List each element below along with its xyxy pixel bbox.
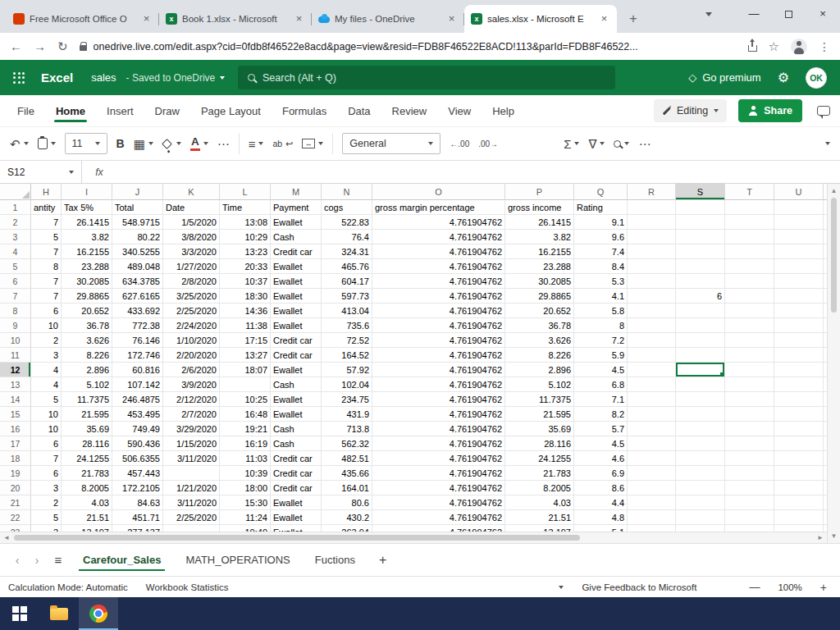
column-header-M[interactable]: M [271,184,322,200]
cell-R8[interactable] [628,304,676,318]
cell-O17[interactable]: 4.761904762 [372,436,505,451]
cell-J3[interactable]: 80.22 [112,230,163,244]
scroll-up-icon[interactable]: ▲ [831,187,838,194]
cell-L11[interactable]: 13:27 [220,348,271,363]
cell-H19[interactable]: 6 [31,466,62,481]
cell-R15[interactable] [628,407,676,422]
cell-L20[interactable]: 18:00 [220,481,271,495]
cell-T6[interactable] [725,274,774,289]
cell-T12[interactable] [725,363,774,377]
cell-K19[interactable] [163,466,220,481]
cell-H5[interactable]: 8 [31,259,62,274]
cell-R11[interactable] [628,348,676,363]
cell-T13[interactable] [725,377,774,392]
cell-L5[interactable]: 20:33 [220,259,271,274]
number-format-select[interactable]: General [342,133,441,154]
cell-Q3[interactable]: 9.6 [574,230,628,244]
vertical-scrollbar[interactable]: ▲ ▼ [827,184,840,543]
cell-Q16[interactable]: 5.7 [574,422,628,436]
cell-M11[interactable]: Credit car [271,348,322,363]
column-header-S[interactable]: S [676,184,725,200]
go-premium-button[interactable]: ◇ Go premium [688,71,761,84]
ribbon-tab-review[interactable]: Review [381,95,438,126]
cell-N17[interactable]: 562.32 [322,436,372,451]
cell-O16[interactable]: 4.761904762 [372,422,505,436]
cell-Q14[interactable]: 7.1 [574,392,628,407]
cell-L1[interactable]: Time [220,200,271,215]
cell-I2[interactable]: 26.1415 [62,215,112,230]
cell-U20[interactable] [774,481,824,495]
cell-J2[interactable]: 548.9715 [112,215,163,230]
cell-T9[interactable] [725,318,774,333]
cell-I20[interactable]: 8.2005 [62,481,112,495]
cell-S10[interactable] [676,333,725,348]
cell-S16[interactable] [676,422,725,436]
cell-R12[interactable] [628,363,676,377]
cell-Q8[interactable]: 5.8 [574,304,628,318]
cell-O15[interactable]: 4.761904762 [372,407,505,422]
cell-N7[interactable]: 597.73 [322,289,372,304]
search-input[interactable]: Search (Alt + Q) [238,66,615,89]
cell-L2[interactable]: 13:08 [220,215,271,230]
row-header-4[interactable]: 4 [0,244,31,259]
autosum-button[interactable]: Σ [564,138,579,150]
cell-O5[interactable]: 4.761904762 [372,259,505,274]
cell-P12[interactable]: 2.896 [505,363,574,377]
cell-R3[interactable] [628,230,676,244]
cell-M18[interactable]: Credit car [271,451,322,466]
cell-P3[interactable]: 3.82 [505,230,574,244]
cell-Q12[interactable]: 4.5 [574,363,628,377]
cell-I3[interactable]: 3.82 [62,230,112,244]
cell-H4[interactable]: 7 [31,244,62,259]
cell-R4[interactable] [628,244,676,259]
cell-R17[interactable] [628,436,676,451]
cell-L14[interactable]: 10:25 [220,392,271,407]
cell-S9[interactable] [676,318,725,333]
cell-H8[interactable]: 6 [31,304,62,318]
cell-U13[interactable] [774,377,824,392]
ribbon-tab-formulas[interactable]: Formulas [272,95,337,126]
cell-I9[interactable]: 36.78 [62,318,112,333]
cell-N4[interactable]: 324.31 [322,244,372,259]
cell-K15[interactable]: 2/7/2020 [163,407,220,422]
cell-O3[interactable]: 4.761904762 [372,230,505,244]
cell-I10[interactable]: 3.626 [62,333,112,348]
cell-U15[interactable] [774,407,824,422]
cell-K21[interactable]: 3/11/2020 [163,495,220,510]
cell-L12[interactable]: 18:07 [220,363,271,377]
url-text[interactable]: onedrive.live.com/edit.aspx?cid=0fdb8f46… [94,41,737,52]
cell-M10[interactable]: Credit car [271,333,322,348]
cell-Q19[interactable]: 6.9 [574,466,628,481]
cell-K14[interactable]: 2/12/2020 [163,392,220,407]
cell-U18[interactable] [774,451,824,466]
ribbon-tab-view[interactable]: View [437,95,482,126]
cell-Q7[interactable]: 4.1 [574,289,628,304]
cell-T3[interactable] [725,230,774,244]
cell-P11[interactable]: 8.226 [505,348,574,363]
cell-P13[interactable]: 5.102 [505,377,574,392]
cell-M19[interactable]: Credit car [271,466,322,481]
cell-M7[interactable]: Ewallet [271,289,322,304]
cell-O1[interactable]: gross margin percentage [372,200,505,215]
tab-close-icon[interactable]: × [293,13,305,25]
cell-S8[interactable] [676,304,725,318]
horizontal-scroll-thumb[interactable] [14,535,580,541]
cell-L17[interactable]: 16:19 [220,436,271,451]
cell-I4[interactable]: 16.2155 [62,244,112,259]
cell-I16[interactable]: 35.69 [62,422,112,436]
cell-I22[interactable]: 21.51 [62,510,112,525]
undo-button[interactable]: ↶ [10,138,29,150]
cell-O9[interactable]: 4.761904762 [372,318,505,333]
row-header-20[interactable]: 20 [0,481,31,495]
cell-T19[interactable] [725,466,774,481]
cell-I14[interactable]: 11.7375 [62,392,112,407]
alignment-button[interactable]: ≡ [249,138,264,150]
cell-N18[interactable]: 482.51 [322,451,372,466]
cell-O4[interactable]: 4.761904762 [372,244,505,259]
row-header-13[interactable]: 13 [0,377,31,392]
cell-Q22[interactable]: 4.8 [574,510,628,525]
cell-R21[interactable] [628,495,676,510]
scroll-left-icon[interactable]: ◄ [3,534,10,541]
cell-H12[interactable]: 4 [31,363,62,377]
cell-P9[interactable]: 36.78 [505,318,574,333]
